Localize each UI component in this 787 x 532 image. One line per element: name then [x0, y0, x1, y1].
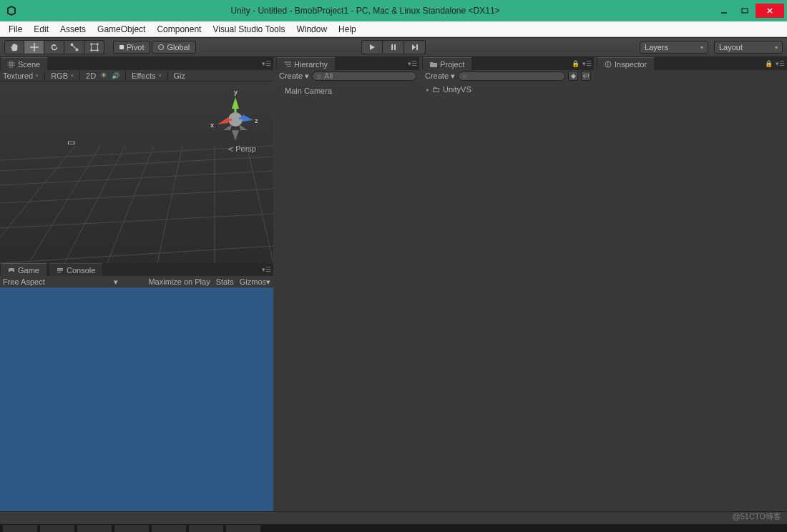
svg-point-10: [90, 43, 92, 45]
main-area: Scene ▾☰ Textured▾ RGB▾ 2D ☀ 🔊 Effects▾ …: [0, 57, 787, 511]
maximize-on-play-toggle[interactable]: Maximize on Play: [148, 277, 210, 287]
tab-console[interactable]: Console: [49, 263, 103, 276]
tab-scene[interactable]: Scene: [0, 57, 48, 70]
taskbar-icon[interactable]: [152, 525, 186, 532]
pivot-toggle[interactable]: Pivot: [113, 41, 150, 54]
expand-icon[interactable]: ▸: [426, 87, 429, 93]
chevron-down-icon: ▾: [451, 72, 455, 80]
scene-toolbar: Textured▾ RGB▾ 2D ☀ 🔊 Effects▾ Giz: [0, 70, 273, 82]
lock-icon[interactable]: 🔒: [572, 60, 580, 67]
menu-window[interactable]: Window: [290, 22, 333, 36]
gizmos-dropdown[interactable]: Giz: [174, 72, 186, 80]
lock-icon[interactable]: 🔒: [765, 60, 773, 67]
project-body[interactable]: ▸ 🗀 UnityVS: [422, 82, 594, 511]
scale-tool[interactable]: [64, 40, 84, 54]
game-gizmos-dropdown[interactable]: Gizmos▾: [240, 277, 270, 287]
game-tab-options[interactable]: ▾☰: [260, 263, 273, 276]
hierarchy-icon: [284, 61, 291, 68]
pause-button[interactable]: [383, 40, 404, 54]
tab-hierarchy[interactable]: Hierarchy: [276, 57, 336, 70]
svg-text:i: i: [607, 61, 609, 68]
scene-tab-options[interactable]: ▾☰: [260, 57, 273, 70]
chevron-down-icon: ▾: [700, 44, 703, 51]
global-toggle[interactable]: Global: [152, 41, 196, 54]
svg-line-28: [0, 246, 273, 263]
hand-tool[interactable]: [4, 40, 24, 54]
toolbar: Pivot Global Layers▾ Layout▾: [0, 37, 787, 57]
svg-line-29: [29, 146, 100, 263]
svg-rect-18: [416, 44, 418, 50]
menu-assets[interactable]: Assets: [54, 22, 92, 36]
scene-view[interactable]: ▭ y x z ≺ Persp: [0, 82, 273, 263]
layers-dropdown[interactable]: Layers▾: [640, 41, 708, 54]
inspector-body[interactable]: [597, 70, 787, 511]
project-search[interactable]: ⌕: [458, 72, 565, 81]
hierarchy-create-dropdown[interactable]: Create ▾: [279, 72, 309, 81]
camera-gizmo-icon[interactable]: ▭: [67, 137, 75, 147]
step-button[interactable]: [404, 40, 426, 54]
global-icon: [158, 44, 164, 50]
taskbar-icon[interactable]: [114, 525, 149, 532]
lighting-icon[interactable]: ☀: [100, 71, 107, 80]
project-tab-options[interactable]: 🔒▾☰: [570, 57, 594, 70]
game-view[interactable]: [0, 287, 273, 511]
hierarchy-search[interactable]: ⌕All: [312, 72, 416, 81]
render-mode-dropdown[interactable]: RGB▾: [51, 72, 74, 80]
svg-rect-49: [57, 268, 63, 270]
svg-text:x: x: [210, 122, 214, 129]
stats-toggle[interactable]: Stats: [216, 277, 234, 287]
chevron-down-icon: ▾: [266, 277, 270, 286]
project-create-dropdown[interactable]: Create ▾: [425, 72, 455, 81]
svg-marker-46: [232, 130, 239, 141]
taskbar-icon[interactable]: [3, 525, 37, 532]
audio-icon[interactable]: 🔊: [112, 72, 119, 79]
taskbar-icon[interactable]: [40, 525, 74, 532]
folder-icon: 🗀: [432, 85, 440, 94]
maximize-button[interactable]: [735, 4, 755, 18]
rect-tool[interactable]: [84, 40, 104, 54]
hierarchy-item[interactable]: Main Camera: [279, 86, 416, 96]
menu-vstools[interactable]: Visual Studio Tools: [207, 22, 290, 36]
window-title: Unity - Untitled - BmobProject1 - PC, Ma…: [17, 6, 713, 16]
menu-gameobject[interactable]: GameObject: [92, 22, 151, 36]
taskbar-icon[interactable]: [189, 525, 223, 532]
game-tabbar: Game Console ▾☰: [0, 263, 273, 276]
2d-toggle[interactable]: 2D: [86, 72, 96, 80]
svg-line-26: [0, 189, 273, 203]
project-toolbar: Create ▾ ⌕ ◆ 🏷: [422, 70, 594, 82]
effects-dropdown[interactable]: Effects▾: [132, 72, 161, 80]
watermark: @51CTO博客: [733, 511, 781, 522]
aspect-dropdown[interactable]: Free Aspect: [3, 277, 45, 286]
filter-by-type-button[interactable]: ◆: [568, 71, 578, 81]
taskbar-icon[interactable]: [226, 525, 260, 532]
close-button[interactable]: [756, 4, 784, 18]
svg-rect-50: [57, 270, 63, 271]
scene-tab-label: Scene: [18, 60, 40, 69]
inspector-tab-options[interactable]: 🔒▾☰: [763, 57, 787, 70]
hierarchy-tab-options[interactable]: ▾☰: [406, 57, 419, 70]
tab-game[interactable]: Game: [0, 263, 47, 276]
play-button[interactable]: [361, 40, 383, 54]
menu-file[interactable]: File: [3, 22, 28, 36]
svg-line-41: [228, 119, 232, 120]
menu-component[interactable]: Component: [151, 22, 207, 36]
svg-line-31: [107, 146, 154, 263]
svg-marker-47: [239, 124, 248, 130]
hierarchy-body[interactable]: Main Camera: [276, 82, 419, 511]
tab-inspector[interactable]: i Inspector: [597, 57, 655, 70]
project-item-label: UnityVS: [443, 85, 471, 94]
shading-mode-dropdown[interactable]: Textured▾: [3, 72, 39, 80]
taskbar-icon[interactable]: [77, 525, 112, 532]
orientation-gizmo[interactable]: y x z: [210, 87, 260, 152]
project-item[interactable]: ▸ 🗀 UnityVS: [425, 84, 591, 94]
menu-help[interactable]: Help: [333, 22, 362, 36]
search-icon: ⌕: [463, 72, 466, 79]
layout-dropdown[interactable]: Layout▾: [714, 41, 783, 54]
tab-project[interactable]: Project: [422, 57, 472, 70]
minimize-button[interactable]: [714, 4, 734, 18]
perspective-label[interactable]: ≺ Persp: [228, 144, 256, 153]
menu-edit[interactable]: Edit: [28, 22, 54, 36]
move-tool[interactable]: [24, 40, 44, 54]
filter-by-label-button[interactable]: 🏷: [581, 71, 591, 81]
rotate-tool[interactable]: [44, 40, 64, 54]
